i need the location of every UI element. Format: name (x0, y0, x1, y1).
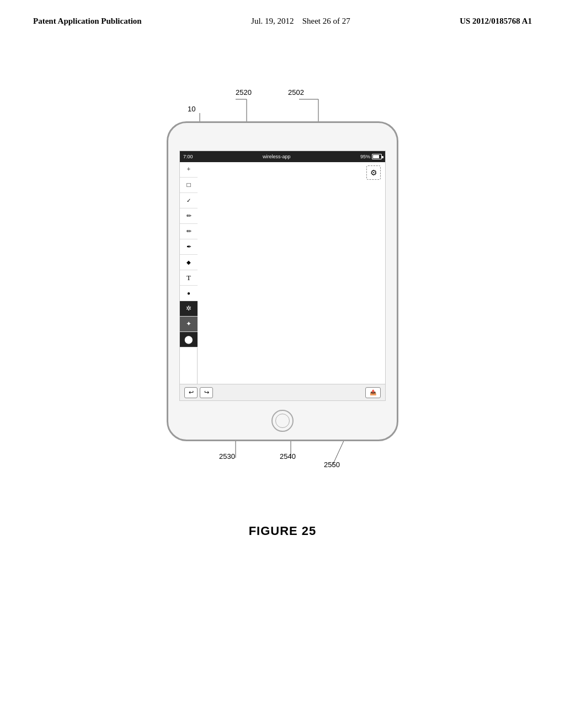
home-button-inner (275, 414, 290, 428)
header-center: Jul. 19, 2012 Sheet 26 of 27 (251, 15, 350, 27)
battery-fill (373, 155, 379, 158)
tablet-screen: 7:00 wireless-app 95% + □ ✓ ✏ (179, 151, 386, 401)
sheet-info: Sheet 26 of 27 (302, 17, 350, 25)
ref-10: 10 (188, 105, 195, 113)
ref-2502: 2502 (288, 88, 304, 97)
battery-tip (382, 156, 383, 158)
status-app: wireless-app (263, 154, 291, 159)
ref-2550: 2550 (324, 461, 340, 469)
star-tool[interactable]: ✲ (180, 301, 198, 317)
dot-tool[interactable]: ● (180, 286, 198, 301)
export-icon: 📤 (370, 389, 376, 395)
main-content: 10 2520 2502 7:00 wireless-app 95% (0, 66, 565, 695)
page-header: Patent Application Publication Jul. 19, … (33, 15, 532, 27)
undo-button[interactable]: ↩ (184, 387, 198, 398)
rect-tool[interactable]: □ (180, 178, 198, 193)
tablet-body: 7:00 wireless-app 95% + □ ✓ ✏ (167, 121, 398, 441)
settings-button[interactable]: ⚙ (366, 165, 381, 180)
ref-2530: 2530 (219, 452, 235, 461)
bottom-bar: ↩ ↪ 📤 (180, 384, 385, 400)
bottom-controls: ↩ ↪ (184, 387, 213, 398)
battery-pct: 95% (360, 154, 370, 159)
pencil-tool-2[interactable]: ✏ (180, 224, 198, 239)
pub-date: Jul. 19, 2012 (251, 17, 294, 25)
ref-2520: 2520 (236, 88, 252, 97)
gear-icon: ⚙ (370, 168, 377, 178)
marker-tool[interactable]: ◆ (180, 255, 198, 270)
add-tool[interactable]: + (180, 162, 198, 178)
patent-number: US 2012/0185768 A1 (460, 15, 532, 27)
toolbar-panel: + □ ✓ ✏ ✏ ✒ ◆ T ● ✲ ✦ ⬤ (180, 162, 198, 384)
battery-icon (372, 154, 382, 159)
text-tool[interactable]: T (180, 270, 198, 286)
export-button[interactable]: 📤 (365, 387, 381, 398)
status-time: 7:00 (183, 154, 193, 159)
figure-caption: FIGURE 25 (249, 524, 317, 538)
pencil-tool-1[interactable]: ✏ (180, 208, 198, 224)
pen-tool[interactable]: ✒ (180, 239, 198, 255)
status-bar: 7:00 wireless-app 95% (180, 151, 385, 162)
redo-button[interactable]: ↪ (200, 387, 213, 398)
home-button[interactable] (271, 410, 294, 432)
check-tool[interactable]: ✓ (180, 193, 198, 208)
publication-label: Patent Application Publication (33, 15, 142, 27)
status-battery: 95% (360, 154, 382, 159)
sparkle-tool[interactable]: ✦ (180, 317, 198, 332)
circle-tool[interactable]: ⬤ (180, 332, 198, 347)
ref-2540: 2540 (280, 452, 296, 461)
